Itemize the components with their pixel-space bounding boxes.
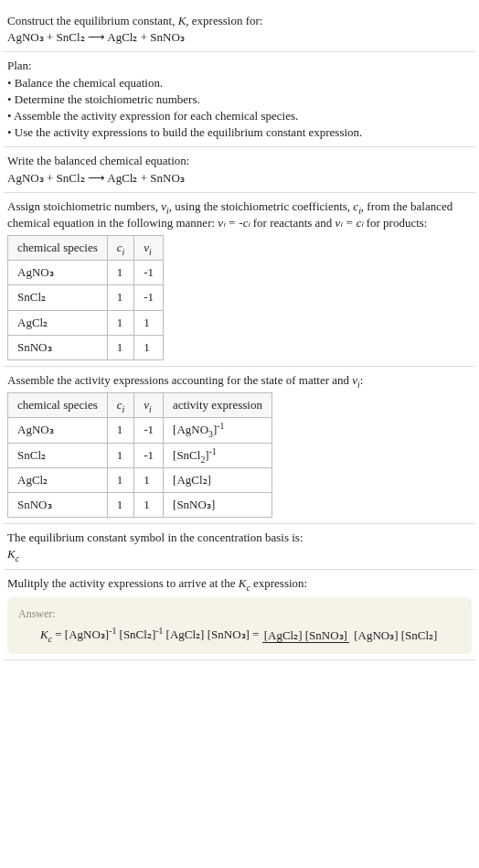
answer-label: Answer:: [18, 606, 461, 622]
prompt-text-a: Construct the equilibrium constant,: [7, 14, 178, 27]
answer-equation: Kc = [AgNO₃]-1 [SnCl₂]-1 [AgCl₂] [SnNO₃]…: [18, 627, 461, 644]
cell-nu: -1: [134, 443, 164, 467]
cell-c: 1: [107, 335, 134, 359]
cell-act: [AgCl₂]: [164, 467, 272, 492]
activity-heading: Assemble the activity expressions accoun…: [7, 372, 472, 389]
table-row: AgNO₃ 1 -1: [8, 261, 164, 285]
balanced-heading: Write the balanced chemical equation:: [7, 153, 472, 169]
term3: [AgCl₂]: [166, 627, 205, 641]
cell-species: AgNO₃: [8, 418, 108, 443]
nu-eq-neg-c: νᵢ = -cᵢ: [218, 216, 250, 230]
nu-i: νi: [161, 199, 169, 213]
prompt-section: Construct the equilibrium constant, K, e…: [4, 7, 475, 52]
table-header-row: chemical species ci νi: [8, 236, 164, 261]
table-row: SnNO₃ 1 1: [8, 335, 164, 359]
plan-section: Plan: • Balance the chemical equation. •…: [4, 52, 475, 147]
cell-species: SnNO₃: [8, 335, 108, 359]
header-species: chemical species: [8, 393, 108, 418]
multiply-heading-a: Mulitply the activity expressions to arr…: [7, 576, 239, 590]
activity-heading-b: :: [360, 373, 364, 387]
cell-species: SnCl₂: [8, 443, 108, 467]
table-row: AgCl₂ 1 1: [8, 310, 164, 335]
answer-kc: Kc: [40, 627, 52, 641]
cell-nu: -1: [134, 285, 164, 310]
cell-c: 1: [107, 467, 134, 492]
stoich-intro-d: for reactants and: [250, 216, 335, 230]
plan-bullet-1: • Balance the chemical equation.: [7, 75, 472, 91]
answer-fraction: [AgCl₂] [SnNO₃] [AgNO₃] [SnCl₂]: [262, 627, 440, 644]
table-header-row: chemical species ci νi activity expressi…: [8, 393, 272, 418]
cell-species: AgCl₂: [8, 310, 108, 335]
table-row: SnNO₃ 1 1 [SnNO₃]: [8, 492, 272, 517]
symbol-section: The equilibrium constant symbol in the c…: [4, 524, 475, 569]
multiply-heading-b: expression:: [250, 576, 307, 590]
stoich-table: chemical species ci νi AgNO₃ 1 -1 SnCl₂ …: [7, 235, 164, 360]
nu-eq-c: νᵢ = cᵢ: [335, 216, 364, 230]
term1: [AgNO₃]-1: [65, 627, 116, 641]
nu-i-2: νi: [352, 373, 360, 387]
term4: [SnNO₃]: [208, 627, 250, 641]
cell-c: 1: [107, 261, 134, 285]
cell-nu: 1: [134, 467, 164, 492]
cell-nu: 1: [134, 335, 164, 359]
plan-bullet-2: • Determine the stoichiometric numbers.: [7, 91, 472, 108]
cell-species: AgNO₃: [8, 261, 108, 285]
header-c: ci: [107, 393, 134, 418]
prompt-equation: AgNO₃ + SnCl₂ ⟶ AgCl₂ + SnNO₃: [7, 29, 472, 46]
cell-species: SnNO₃: [8, 492, 108, 517]
prompt-text-b: , expression for:: [186, 14, 262, 27]
cell-act: [SnCl2]-1: [164, 443, 272, 467]
prompt-line1: Construct the equilibrium constant, K, e…: [7, 13, 472, 29]
cell-c: 1: [107, 492, 134, 517]
stoich-intro-a: Assign stoichiometric numbers,: [7, 199, 161, 213]
balanced-section: Write the balanced chemical equation: Ag…: [4, 147, 475, 192]
header-species: chemical species: [8, 236, 108, 261]
answer-box: Answer: Kc = [AgNO₃]-1 [SnCl₂]-1 [AgCl₂]…: [7, 597, 472, 654]
activity-table: chemical species ci νi activity expressi…: [7, 392, 272, 518]
cell-nu: -1: [134, 418, 164, 443]
plan-bullet-3: • Assemble the activity expression for e…: [7, 108, 472, 124]
c-i: ci: [353, 199, 361, 213]
header-nu: νi: [134, 393, 164, 418]
stoich-intro-b: , using the stoichiometric coefficients,: [169, 199, 354, 213]
stoich-intro: Assign stoichiometric numbers, νi, using…: [7, 198, 472, 231]
header-nu: νi: [134, 236, 164, 261]
kc-k: K: [7, 547, 16, 561]
cell-c: 1: [107, 418, 134, 443]
symbol-line1: The equilibrium constant symbol in the c…: [7, 530, 472, 546]
eq-sign-2: =: [250, 627, 262, 641]
cell-act: [AgNO3]-1: [164, 418, 272, 443]
balanced-equation: AgNO₃ + SnCl₂ ⟶ AgCl₂ + SnNO₃: [7, 170, 472, 187]
frac-denominator: [AgNO₃] [SnCl₂]: [352, 628, 439, 642]
activity-section: Assemble the activity expressions accoun…: [4, 367, 475, 524]
kc-inline: Kc: [239, 576, 250, 590]
cell-c: 1: [107, 310, 134, 335]
term2: [SnCl₂]-1: [120, 627, 164, 641]
cell-c: 1: [107, 285, 134, 310]
cell-species: SnCl₂: [8, 285, 108, 310]
table-row: SnCl₂ 1 -1 [SnCl2]-1: [8, 443, 272, 467]
table-row: SnCl₂ 1 -1: [8, 285, 164, 310]
cell-act: [SnNO₃]: [164, 492, 272, 517]
plan-heading: Plan:: [7, 58, 472, 74]
stoich-intro-e: for products:: [363, 216, 427, 230]
header-c: ci: [107, 236, 134, 261]
header-act: activity expression: [164, 393, 272, 418]
table-row: AgNO₃ 1 -1 [AgNO3]-1: [8, 418, 272, 443]
activity-heading-a: Assemble the activity expressions accoun…: [7, 373, 352, 387]
table-row: AgCl₂ 1 1 [AgCl₂]: [8, 467, 272, 492]
stoich-section: Assign stoichiometric numbers, νi, using…: [4, 193, 475, 367]
cell-nu: -1: [134, 261, 164, 285]
kc-symbol: Kc: [7, 546, 472, 563]
multiply-section: Mulitply the activity expressions to arr…: [4, 570, 475, 660]
cell-nu: 1: [134, 310, 164, 335]
cell-c: 1: [107, 443, 134, 467]
kc-c: c: [16, 553, 19, 563]
cell-species: AgCl₂: [8, 467, 108, 492]
multiply-heading: Mulitply the activity expressions to arr…: [7, 575, 472, 592]
cell-nu: 1: [134, 492, 164, 517]
eq-sign-1: =: [52, 627, 65, 641]
plan-bullet-4: • Use the activity expressions to build …: [7, 124, 472, 141]
frac-numerator: [AgCl₂] [SnNO₃]: [262, 628, 349, 643]
